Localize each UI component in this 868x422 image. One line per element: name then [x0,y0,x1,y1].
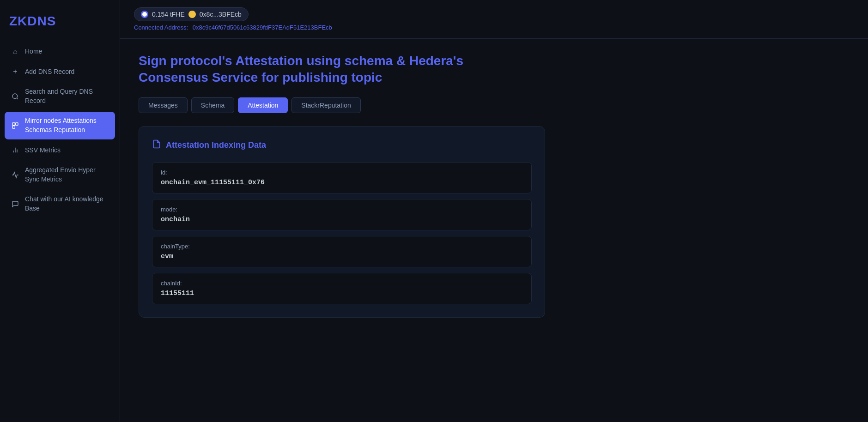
data-fields: id: onchain_evm_11155111_0x76 mode: onch… [152,162,532,304]
wallet-address-short: 0x8c...3BFEcb [200,11,242,18]
sync-icon [11,171,19,179]
field-mode: mode: onchain [152,199,532,230]
home-icon: ⌂ [11,48,19,56]
chat-icon [11,200,19,208]
connected-address-row: Connected Address: 0x8c9c46f67d5061c6382… [134,24,854,31]
chart-icon [11,146,19,154]
field-mode-value: onchain [161,216,523,223]
card-title-text: Attestation Indexing Data [166,140,266,150]
sidebar-item-label: Home [25,47,42,56]
tab-messages[interactable]: Messages [139,97,188,113]
sidebar-item-label: Add DNS Record [25,67,74,77]
sidebar-item-add-dns[interactable]: + Add DNS Record [5,63,115,81]
tabs-bar: Messages Schema Attestation StackrReputa… [139,97,850,113]
field-chain-id-value: 11155111 [161,289,523,297]
mirror-nodes-icon [11,121,19,130]
sidebar-item-aggregated-envio[interactable]: Aggregated Envio Hyper Sync Metrics [5,161,115,188]
field-chain-type: chainType: evm [152,236,532,267]
wallet-badge[interactable]: 0.154 tFHE 0x8c...3BFEcb [134,7,249,21]
sidebar-item-label: Aggregated Envio Hyper Sync Metrics [25,166,109,184]
field-chain-id-label: chainId: [161,280,523,287]
sidebar-item-home[interactable]: ⌂ Home [5,42,115,61]
file-icon [152,139,161,151]
token-icon [141,11,148,18]
plus-icon: + [11,67,19,76]
sidebar-item-label: Mirror nodes Attestations Schemas Reputa… [25,116,109,134]
tab-stackr-reputation[interactable]: StackrReputation [291,97,360,113]
card-title: Attestation Indexing Data [152,139,532,151]
connected-address-value: 0x8c9c46f67d5061c63829fdF37EAdF51E213BFE… [193,24,332,31]
tab-schema[interactable]: Schema [191,97,234,113]
sidebar-item-chat-ai[interactable]: Chat with our AI knowledge Base [5,190,115,217]
svg-line-1 [17,98,18,99]
sidebar-item-mirror-nodes[interactable]: Mirror nodes Attestations Schemas Reputa… [5,112,115,139]
field-mode-label: mode: [161,206,523,213]
svg-point-8 [142,12,147,17]
page-title: Sign protocol's Attestation using schema… [139,53,508,86]
field-id: id: onchain_evm_11155111_0x76 [152,162,532,193]
sidebar-nav: ⌂ Home + Add DNS Record Search and Query… [0,42,120,218]
header: 0.154 tFHE 0x8c...3BFEcb Connected Addre… [120,0,868,39]
wallet-balance: 0.154 tFHE [152,11,185,18]
connected-label: Connected Address: [134,24,188,31]
eth-icon [188,11,196,18]
sidebar-item-label: Search and Query DNS Record [25,87,109,105]
sidebar: ZKDNS ⌂ Home + Add DNS Record Search and… [0,0,120,422]
sidebar-item-label: SSV Metrics [25,146,61,155]
page-content: Sign protocol's Attestation using schema… [120,39,868,422]
header-top: 0.154 tFHE 0x8c...3BFEcb [134,7,854,21]
field-id-label: id: [161,169,523,176]
svg-rect-4 [12,126,15,128]
field-chain-id: chainId: 11155111 [152,273,532,304]
app-logo: ZKDNS [0,9,120,42]
attestation-card: Attestation Indexing Data id: onchain_ev… [139,126,545,318]
svg-point-0 [12,94,18,99]
sidebar-item-label: Chat with our AI knowledge Base [25,195,109,213]
field-chain-type-value: evm [161,253,523,260]
search-icon [11,92,19,101]
sidebar-item-search-dns[interactable]: Search and Query DNS Record [5,83,115,110]
svg-rect-2 [12,123,15,125]
svg-rect-3 [16,123,18,125]
field-id-value: onchain_evm_11155111_0x76 [161,179,523,187]
field-chain-type-label: chainType: [161,243,523,250]
tab-attestation[interactable]: Attestation [238,97,288,113]
sidebar-item-ssv-metrics[interactable]: SSV Metrics [5,141,115,160]
main-content: 0.154 tFHE 0x8c...3BFEcb Connected Addre… [120,0,868,422]
